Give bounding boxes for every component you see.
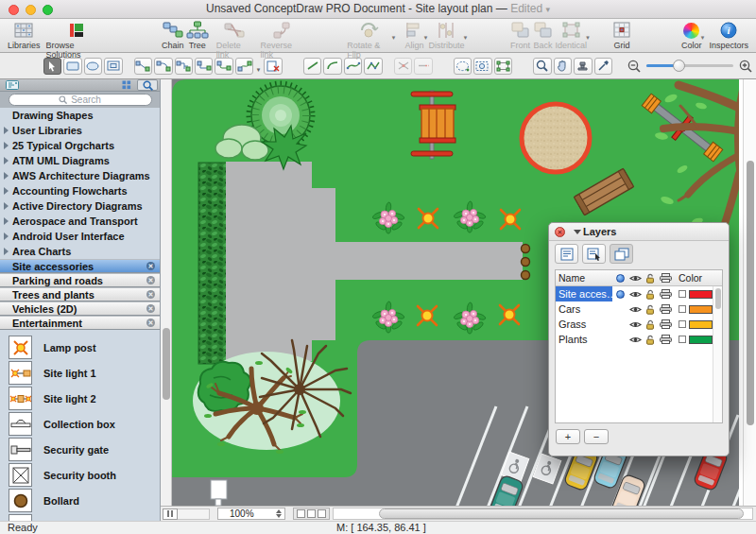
polyline-tool[interactable] bbox=[364, 58, 382, 75]
visibility-icon[interactable] bbox=[627, 305, 643, 314]
color-checkbox[interactable] bbox=[679, 320, 686, 328]
layers-list-view-icon[interactable] bbox=[610, 244, 633, 264]
color-checkbox[interactable] bbox=[679, 336, 686, 343]
toolbar-inspectors[interactable]: i Inspectors bbox=[709, 20, 748, 50]
toolbar-grid[interactable]: Grid bbox=[611, 20, 632, 50]
active-layer-icon[interactable] bbox=[612, 290, 627, 299]
close-library-icon[interactable]: ✕ bbox=[146, 319, 155, 327]
connector-menu-icon[interactable]: ▼ bbox=[255, 67, 261, 73]
connector-smart-tool[interactable] bbox=[175, 58, 193, 75]
toolbar-color[interactable]: Color ▼ bbox=[681, 20, 702, 50]
sidebar-item-active-directory-diagrams[interactable]: Active Directory Diagrams bbox=[0, 198, 160, 214]
eyedropper-tool[interactable] bbox=[594, 58, 612, 75]
line-tool[interactable] bbox=[303, 58, 321, 75]
lock-icon[interactable] bbox=[643, 335, 658, 345]
connector-direct-tool[interactable] bbox=[134, 58, 152, 75]
grid-view-icon[interactable] bbox=[116, 79, 137, 91]
add-layer-button[interactable]: + bbox=[556, 429, 580, 444]
connector-arc-tool[interactable] bbox=[154, 58, 172, 75]
pan-tool[interactable] bbox=[554, 58, 572, 75]
sidebar-item-drawing-shapes[interactable]: Drawing Shapes bbox=[0, 108, 160, 123]
color-checkbox[interactable] bbox=[679, 305, 686, 313]
lock-icon[interactable] bbox=[643, 304, 658, 315]
print-icon[interactable] bbox=[658, 289, 673, 299]
zoom-area-tool[interactable] bbox=[473, 58, 491, 75]
sidebar-scrollbar-thumb[interactable] bbox=[163, 328, 170, 400]
bollard[interactable] bbox=[522, 271, 530, 280]
bollard[interactable] bbox=[522, 258, 530, 267]
zoom-slider-knob[interactable] bbox=[673, 60, 685, 72]
disclosure-triangle-icon[interactable] bbox=[4, 217, 9, 225]
zoom-in-icon[interactable] bbox=[739, 60, 752, 73]
close-library-icon[interactable]: ✕ bbox=[146, 304, 155, 313]
layers-scrollbar[interactable] bbox=[713, 286, 722, 422]
page-button[interactable] bbox=[318, 509, 326, 518]
zoom-out-icon[interactable] bbox=[627, 60, 641, 73]
connector-rounded-tool[interactable] bbox=[215, 58, 232, 75]
arc-tool[interactable] bbox=[323, 58, 341, 75]
path-select-tool[interactable] bbox=[454, 58, 472, 75]
zoom-tool[interactable] bbox=[533, 58, 551, 75]
color-column-header[interactable]: Color bbox=[673, 272, 702, 284]
palette-disclosure-icon[interactable] bbox=[574, 230, 581, 234]
sidebar-item-atm-uml-diagrams[interactable]: ATM UML Diagrams bbox=[0, 153, 160, 168]
hedge[interactable] bbox=[198, 163, 227, 364]
visibility-icon[interactable] bbox=[627, 290, 643, 299]
shape-collection-box[interactable]: Collection box bbox=[9, 411, 160, 437]
walkway[interactable] bbox=[335, 242, 523, 280]
disclosure-triangle-icon[interactable] bbox=[4, 187, 9, 195]
close-window-button[interactable] bbox=[9, 5, 19, 15]
shape-site-light-1[interactable]: Site light 1 bbox=[9, 360, 160, 386]
shape-item-partial[interactable] bbox=[9, 513, 160, 521]
active-layer-column-icon[interactable] bbox=[612, 274, 627, 283]
toolbar-browse-solutions[interactable]: Browse Solutions bbox=[46, 20, 107, 60]
sidebar-scrollbar[interactable] bbox=[161, 79, 172, 506]
delete-connector-tool[interactable] bbox=[264, 58, 282, 75]
color-checkbox[interactable] bbox=[679, 290, 686, 298]
toolbar-libraries[interactable]: Libraries bbox=[8, 20, 41, 50]
disclosure-triangle-icon[interactable] bbox=[4, 142, 9, 149]
vertical-scrollbar[interactable] bbox=[743, 79, 756, 506]
zoom-window-button[interactable] bbox=[43, 5, 53, 15]
sandbox[interactable] bbox=[522, 104, 590, 172]
shape-site-light-2[interactable]: Site light 2 bbox=[9, 386, 160, 411]
bollard[interactable] bbox=[522, 245, 530, 253]
search-input[interactable]: Search bbox=[9, 94, 152, 106]
sidebar-item-25-typical-orgcharts[interactable]: 25 Typical Orgcharts bbox=[0, 138, 160, 153]
zoom-level-field[interactable]: 100% bbox=[217, 508, 285, 520]
page-button[interactable] bbox=[297, 509, 305, 518]
shape-bollard[interactable]: Bollard bbox=[9, 488, 160, 513]
layer-color-swatch[interactable] bbox=[689, 336, 713, 344]
horizontal-scrollbar[interactable] bbox=[333, 508, 753, 520]
layers-palette-titlebar[interactable]: ✕ Layers bbox=[549, 223, 729, 241]
title-chevron-icon[interactable]: ▾ bbox=[546, 5, 551, 14]
library-tree-view-icon[interactable] bbox=[2, 79, 23, 91]
visibility-icon[interactable] bbox=[627, 320, 643, 329]
bezier-tool[interactable] bbox=[344, 58, 362, 75]
library-tab-entertainment[interactable]: Entertainment✕ bbox=[0, 316, 160, 330]
disclosure-triangle-icon[interactable] bbox=[4, 172, 9, 180]
shape-security-gate[interactable]: Security gate bbox=[9, 437, 160, 462]
layer-row-grass[interactable]: Grass bbox=[556, 317, 722, 332]
group-select-tool[interactable] bbox=[494, 58, 512, 75]
minimize-window-button[interactable] bbox=[26, 5, 36, 15]
disclosure-triangle-icon[interactable] bbox=[4, 248, 9, 255]
stamp-tool[interactable] bbox=[574, 58, 592, 75]
connector-orthogonal-tool[interactable] bbox=[195, 58, 213, 75]
select-tool[interactable] bbox=[43, 58, 61, 75]
layer-color-swatch[interactable] bbox=[689, 320, 713, 329]
building-footprint[interactable] bbox=[226, 162, 335, 361]
print-icon[interactable] bbox=[658, 319, 673, 329]
disclosure-triangle-icon[interactable] bbox=[4, 202, 9, 210]
layer-row-cars[interactable]: Cars bbox=[556, 301, 722, 317]
disclosure-triangle-icon[interactable] bbox=[4, 233, 9, 240]
rectangle-tool[interactable] bbox=[63, 58, 81, 75]
sidebar-item-area-charts[interactable]: Area Charts bbox=[0, 244, 160, 259]
print-icon[interactable] bbox=[658, 335, 673, 344]
page-button[interactable] bbox=[307, 509, 316, 518]
visibility-column-icon[interactable] bbox=[627, 274, 643, 283]
pane-splitter-button[interactable] bbox=[163, 508, 178, 520]
ellipse-tool[interactable] bbox=[84, 58, 102, 75]
layer-properties-view-icon[interactable] bbox=[555, 244, 578, 264]
library-tab-site-accessories[interactable]: Site accessories✕ bbox=[0, 259, 160, 273]
